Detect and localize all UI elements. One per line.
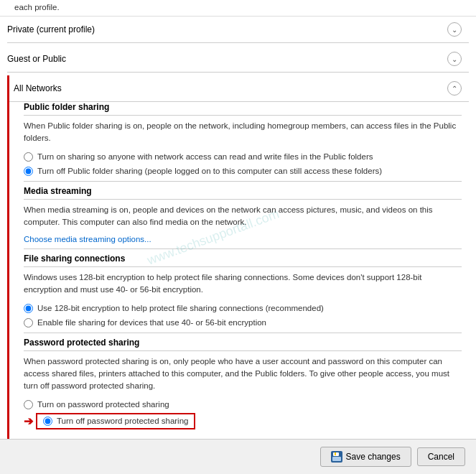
media-streaming-title: Media streaming — [24, 186, 462, 200]
private-section-title: Private (current profile) — [7, 24, 95, 34]
cancel-button[interactable]: Cancel — [417, 447, 465, 466]
media-streaming-desc: When media streaming is on, people and d… — [24, 204, 462, 229]
guest-chevron-icon[interactable]: ⌄ — [447, 52, 462, 66]
svg-rect-3 — [332, 457, 341, 461]
public-folder-radio-off[interactable] — [24, 167, 33, 176]
all-networks-header[interactable]: All Networks ⌃ — [9, 75, 469, 102]
bottom-bar: Save changes Cancel — [0, 439, 476, 474]
private-section-header[interactable]: Private (current profile) ⌄ — [7, 17, 469, 43]
all-networks-section: All Networks ⌃ Public folder sharing Whe… — [7, 75, 469, 439]
guest-section-title: Guest or Public — [7, 54, 66, 64]
file-sharing-label-40: Enable file sharing for devices that use… — [37, 317, 266, 328]
file-sharing-desc: Windows uses 128-bit encryption to help … — [24, 271, 462, 297]
content-area: Private (current profile) ⌄ Guest or Pub… — [0, 17, 476, 439]
public-folder-option-1[interactable]: Turn on sharing so anyone with network a… — [24, 151, 462, 162]
highlighted-radio-box[interactable]: Turn off password protected sharing — [36, 413, 195, 429]
public-folder-radio-on[interactable] — [24, 152, 33, 162]
file-sharing-option-1[interactable]: Use 128-bit encryption to help protect f… — [24, 302, 462, 314]
password-protected-title: Password protected sharing — [24, 338, 462, 351]
file-sharing-subsection: File sharing connections Windows uses 12… — [9, 254, 469, 328]
file-sharing-option-2[interactable]: Enable file sharing for devices that use… — [24, 317, 462, 328]
password-protected-option-2-row: ➔ Turn off password protected sharing — [24, 413, 462, 429]
media-streaming-link[interactable]: Choose media streaming options... — [24, 235, 151, 243]
all-networks-title: All Networks — [14, 83, 62, 93]
password-protected-subsection: Password protected sharing When password… — [9, 338, 469, 439]
all-networks-chevron-icon[interactable]: ⌃ — [447, 81, 462, 96]
save-button[interactable]: Save changes — [320, 447, 411, 467]
public-folder-desc: When Public folder sharing is on, people… — [24, 120, 462, 145]
file-sharing-title: File sharing connections — [24, 254, 462, 267]
public-folder-label-on: Turn on sharing so anyone with network a… — [37, 151, 373, 162]
password-protected-option-1[interactable]: Turn on password protected sharing — [24, 399, 462, 410]
password-protected-radio-on[interactable] — [24, 400, 33, 409]
password-protected-label-off: Turn off password protected sharing — [57, 417, 188, 425]
top-note: each profile. — [0, 0, 476, 17]
file-sharing-radio-128[interactable] — [24, 304, 33, 313]
password-protected-label-on: Turn on password protected sharing — [37, 399, 169, 410]
public-folder-title: Public folder sharing — [24, 102, 462, 116]
public-folder-label-off: Turn off Public folder sharing (people l… — [37, 165, 382, 177]
red-arrow-icon: ➔ — [24, 414, 33, 428]
media-streaming-subsection: Media streaming When media streaming is … — [9, 186, 469, 245]
private-chevron-icon[interactable]: ⌄ — [447, 22, 462, 37]
save-icon — [331, 451, 342, 463]
guest-section-header[interactable]: Guest or Public ⌄ — [7, 46, 469, 73]
svg-rect-2 — [335, 452, 336, 455]
file-sharing-label-128: Use 128-bit encryption to help protect f… — [37, 302, 324, 314]
file-sharing-radio-40[interactable] — [24, 318, 33, 327]
password-protected-desc: When password protected sharing is on, o… — [24, 356, 462, 393]
public-folder-subsection: Public folder sharing When Public folder… — [9, 102, 469, 177]
public-folder-option-2[interactable]: Turn off Public folder sharing (people l… — [24, 165, 462, 177]
password-protected-radio-off[interactable] — [43, 417, 52, 426]
